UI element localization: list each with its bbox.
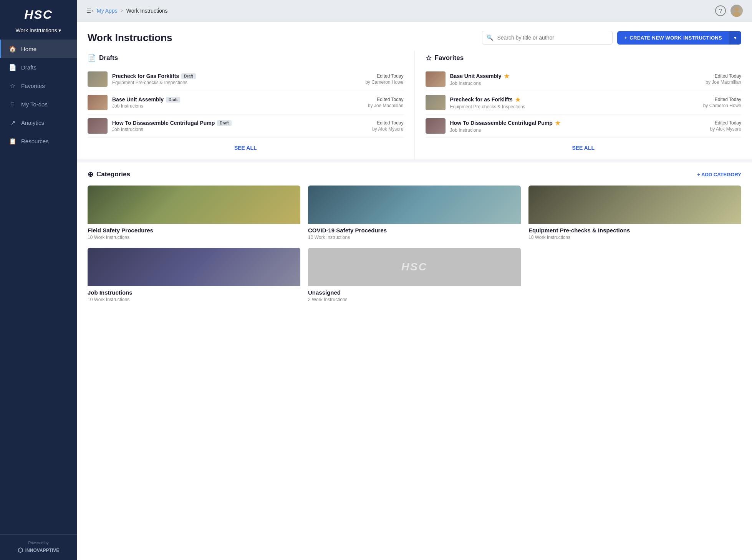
- doc-name: How To Dissassemble Centrifugal Pump Dra…: [112, 120, 368, 126]
- create-button-group: + CREATE NEW WORK INSTRUCTIONS ▾: [617, 31, 741, 45]
- search-icon: 🔍: [487, 35, 493, 41]
- categories-section: ⊕ Categories + ADD CATEGORY Field Safety…: [77, 162, 752, 313]
- doc-name: How To Dissassemble Centrifugal Pump ★: [450, 119, 706, 127]
- doc-info: Precheck for as Forklifts ★ Equipment Pr…: [450, 96, 699, 109]
- thumb-image: [88, 95, 108, 110]
- drafts-list: Precheck for Gas Forklifts Draft Equipme…: [88, 68, 404, 138]
- list-item[interactable]: Base Unit Assembly ★ Job Instrucions Edi…: [426, 68, 742, 91]
- section-divider: [77, 159, 752, 162]
- favorites-nav-icon: ☆: [9, 82, 17, 89]
- sidebar-item-home[interactable]: 🏠 Home: [0, 40, 77, 58]
- favorites-icon: ☆: [426, 54, 432, 62]
- app-title-label: Work Instructions: [16, 27, 57, 33]
- user-avatar[interactable]: [730, 5, 743, 17]
- sidebar-item-favorites[interactable]: ☆ Favorites: [0, 76, 77, 95]
- sidebar-item-resources[interactable]: 📋 Resources: [0, 132, 77, 150]
- doc-thumbnail: [426, 95, 446, 110]
- categories-title: ⊕ Categories: [88, 170, 130, 179]
- list-item[interactable]: How To Dissassemble Centrifugal Pump ★ J…: [426, 114, 742, 138]
- create-main-button[interactable]: + CREATE NEW WORK INSTRUCTIONS: [617, 31, 729, 45]
- favorites-section: ☆ Favorites Base Unit Assembly ★ Job Ins…: [414, 51, 742, 159]
- list-item[interactable]: Precheck for as Forklifts ★ Equipment Pr…: [426, 91, 742, 114]
- breadcrumb-separator: >: [121, 8, 123, 13]
- sidebar: HSC Work Instructions ▾ 🏠 Home 📄 Drafts …: [0, 0, 77, 560]
- edited-label: Edited Today: [365, 73, 403, 79]
- doc-category: Job Instrucions: [450, 128, 706, 133]
- create-dropdown-button[interactable]: ▾: [729, 31, 741, 45]
- edited-label: Edited Today: [703, 97, 741, 102]
- drafts-icon: 📄: [88, 54, 96, 62]
- category-card[interactable]: COVID-19 Safety Procedures 10 Work Instr…: [308, 186, 521, 240]
- category-name: COVID-19 Safety Procedures: [308, 227, 521, 234]
- brand-icon: ⬡: [18, 547, 23, 554]
- content-area: Work Instructions 🔍 + CREATE NEW WORK IN…: [77, 22, 752, 560]
- breadcrumb-myapps[interactable]: My Apps: [97, 8, 118, 14]
- svg-point-1: [733, 12, 740, 17]
- doc-category: Job Instrucions: [112, 127, 368, 132]
- edited-label: Edited Today: [706, 73, 741, 79]
- categories-grid: Field Safety Procedures 10 Work Instruct…: [88, 186, 741, 302]
- author-label: by Cameron Howe: [365, 80, 403, 85]
- author-label: by Cameron Howe: [703, 103, 741, 108]
- category-image: [88, 186, 300, 224]
- sidebar-footer: Powered by ⬡ INNOVAPPTIVE: [0, 534, 77, 560]
- app-title-arrow: ▾: [58, 27, 61, 33]
- home-nav-icon: 🏠: [9, 45, 17, 53]
- doc-category: Job Instrucions: [112, 103, 363, 109]
- favorites-list: Base Unit Assembly ★ Job Instrucions Edi…: [426, 68, 742, 138]
- category-card[interactable]: Field Safety Procedures 10 Work Instruct…: [88, 186, 300, 240]
- page-title: Work Instructions: [88, 32, 172, 44]
- powered-by-label: Powered by: [28, 541, 49, 545]
- categories-header: ⊕ Categories + ADD CATEGORY: [88, 170, 741, 179]
- star-icon: ★: [555, 119, 560, 127]
- author-label: by Joe Macmillan: [368, 103, 404, 108]
- list-item[interactable]: Precheck for Gas Forklifts Draft Equipme…: [88, 68, 404, 91]
- category-card[interactable]: Equipment Pre-checks & Inspections 10 Wo…: [528, 186, 741, 240]
- help-button[interactable]: ?: [715, 5, 726, 16]
- category-count: 10 Work Instructions: [88, 297, 300, 302]
- list-item[interactable]: How To Dissassemble Centrifugal Pump Dra…: [88, 114, 404, 138]
- resources-nav-icon: 📋: [9, 137, 17, 145]
- doc-info: How To Dissassemble Centrifugal Pump Dra…: [112, 120, 368, 132]
- category-card[interactable]: Job Instructions 10 Work Instructions: [88, 248, 300, 302]
- author-label: by Joe Macmillan: [706, 80, 741, 85]
- list-item[interactable]: Base Unit Assembly Draft Job Instrucions…: [88, 91, 404, 114]
- doc-info: Base Unit Assembly ★ Job Instrucions: [450, 73, 701, 86]
- sidebar-logo: HSC: [0, 0, 77, 26]
- favorites-see-all[interactable]: SEE ALL: [426, 142, 742, 153]
- sidebar-item-analytics[interactable]: ↗ Analytics: [0, 113, 77, 132]
- category-count: 10 Work Instructions: [308, 235, 521, 240]
- categories-icon: ⊕: [88, 170, 93, 179]
- thumb-image: [426, 95, 446, 110]
- brand-name: INNOVAPPTIVE: [25, 548, 59, 553]
- doc-meta: Edited Today by Joe Macmillan: [368, 97, 404, 108]
- home-nav-label: Home: [21, 46, 36, 52]
- doc-category: Equipment Pre-checks & Inspections: [450, 104, 699, 109]
- menu-toggle-icon[interactable]: ☰ ◂: [86, 7, 94, 15]
- create-plus-icon: +: [624, 35, 627, 41]
- logo-text: HSC: [24, 8, 53, 22]
- sidebar-item-mytodos[interactable]: ≡ My To-dos: [0, 95, 77, 113]
- drafts-nav-icon: 📄: [9, 63, 17, 71]
- edited-label: Edited Today: [368, 97, 404, 102]
- drafts-see-all[interactable]: SEE ALL: [88, 142, 404, 153]
- doc-name: Precheck for as Forklifts ★: [450, 96, 699, 103]
- doc-meta: Edited Today by Alok Mysore: [372, 120, 403, 132]
- search-input[interactable]: [482, 31, 613, 45]
- analytics-nav-label: Analytics: [21, 119, 44, 126]
- doc-info: Precheck for Gas Forklifts Draft Equipme…: [112, 73, 361, 85]
- add-category-button[interactable]: + ADD CATEGORY: [697, 172, 741, 177]
- header-actions: 🔍 + CREATE NEW WORK INSTRUCTIONS ▾: [482, 31, 741, 45]
- doc-meta: Edited Today by Joe Macmillan: [706, 73, 741, 85]
- topbar-actions: ?: [715, 5, 743, 17]
- category-count: 10 Work Instructions: [528, 235, 741, 240]
- resources-nav-label: Resources: [21, 138, 49, 144]
- sidebar-item-drafts[interactable]: 📄 Drafts: [0, 58, 77, 76]
- doc-thumbnail: [88, 71, 108, 87]
- mytodos-nav-label: My To-dos: [21, 101, 48, 108]
- category-card[interactable]: HSC Unassigned 2 Work Instructions: [308, 248, 521, 302]
- sidebar-app-title[interactable]: Work Instructions ▾: [0, 26, 77, 40]
- doc-info: How To Dissassemble Centrifugal Pump ★ J…: [450, 119, 706, 133]
- doc-name: Base Unit Assembly Draft: [112, 96, 363, 103]
- doc-category: Job Instrucions: [450, 81, 701, 86]
